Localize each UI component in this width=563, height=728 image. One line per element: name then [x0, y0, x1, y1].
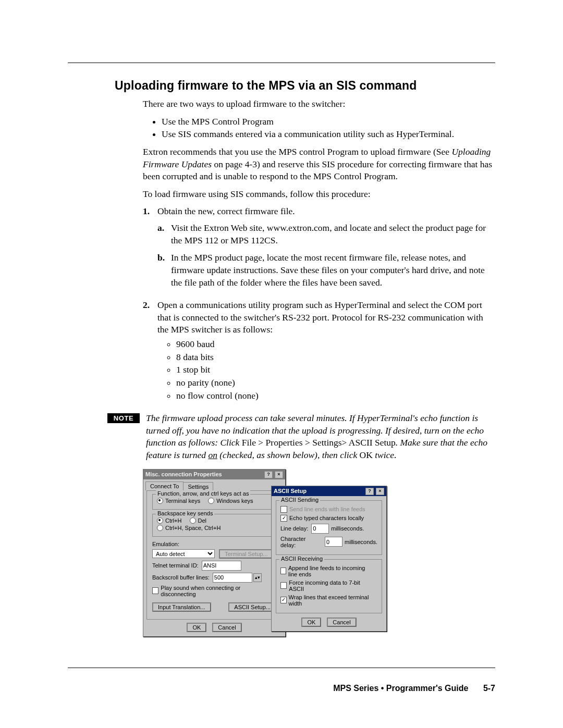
ascii-sending-title: ASCII Sending [279, 497, 320, 503]
note-menu-path: File > Properties > Settings> ASCII Setu… [242, 437, 396, 448]
properties-dialog: Misc. connection Properties ? × Connect … [143, 469, 286, 637]
intro-paragraph: There are two ways to upload firmware to… [143, 98, 495, 110]
input-translation-button[interactable]: Input Translation... [152, 602, 211, 612]
ascii-receiving-group: ASCII Receiving Append line feeds to inc… [276, 559, 382, 613]
wrap-lines-label: Wrap lines that exceed terminal width [289, 594, 371, 607]
properties-titlebar[interactable]: Misc. connection Properties ? × [143, 470, 285, 479]
radio-del-label: Del [198, 517, 207, 524]
ascii-setup-titlebar[interactable]: ASCII Setup ? × [272, 486, 386, 496]
step-1b-text: In the MPS product page, locate the most… [171, 252, 495, 289]
ascii-cancel-button[interactable]: Cancel [327, 618, 356, 627]
emulation-select[interactable]: Auto detect [152, 549, 215, 558]
radio-del[interactable]: Del [190, 517, 207, 524]
force-7bit-label: Force incoming data to 7-bit ASCII [289, 579, 371, 592]
radio-terminal-keys-label: Terminal keys [165, 498, 200, 504]
step-2-bullet-4: no parity (none) [176, 377, 495, 389]
tab-connect-to[interactable]: Connect To [145, 482, 183, 490]
step-2: 2. Open a communications utility program… [143, 299, 495, 407]
help-icon[interactable]: ? [264, 471, 273, 478]
radio-windows-keys[interactable]: Windows keys [208, 498, 253, 504]
ascii-ok-button[interactable]: OK [301, 618, 321, 627]
note-text: The firmware upload process can take sev… [146, 412, 495, 462]
close-icon[interactable]: × [376, 488, 384, 495]
step-1a-letter: a. [157, 222, 171, 246]
send-line-ends-checkbox[interactable]: Send line ends with line feeds [280, 506, 365, 513]
step-1b-letter: b. [157, 252, 171, 289]
step-2-bullet-5: no flow control (none) [176, 390, 495, 402]
intro-bullet-2: Use SIS commands entered via a communica… [162, 128, 495, 141]
properties-ok-button[interactable]: OK [187, 623, 206, 632]
step-2-bullet-1: 9600 baud [176, 338, 495, 351]
rule-top [68, 63, 495, 63]
echo-locally-checkbox[interactable]: ✓Echo typed characters locally [280, 515, 364, 522]
rec-text-1: Extron recommends that you use the MPS c… [143, 146, 451, 157]
note-badge: NOTE [107, 413, 140, 423]
note-seg-3: (checked, as shown below), then click [217, 450, 360, 460]
step-1-sublist: a. Visit the Extron Web site, www.extron… [157, 222, 495, 289]
telnet-id-label: Telnet terminal ID: [152, 562, 199, 569]
procedure-list: 1. Obtain the new, correct firmware file… [143, 205, 495, 407]
ascii-receiving-title: ASCII Receiving [279, 556, 324, 562]
append-lf-checkbox[interactable]: Append line feeds to incoming line ends [280, 565, 371, 577]
properties-cancel-button[interactable]: Cancel [212, 623, 241, 632]
line-delay-unit: milliseconds. [331, 525, 364, 532]
play-sound-label: Play sound when connecting or disconnect… [161, 585, 270, 597]
intro-bullet-1: Use the MPS Control Program [162, 116, 495, 128]
radio-ctrlh-space-label: Ctrl+H, Space, Ctrl+H [165, 525, 221, 531]
intro-bullet-list: Use the MPS Control Program Use SIS comm… [143, 116, 495, 141]
force-7bit-checkbox[interactable]: Force incoming data to 7-bit ASCII [280, 579, 371, 592]
step-2-bullets: 9600 baud 8 data bits 1 stop bit no pari… [157, 338, 495, 402]
backspace-group-title: Backspace key sends [156, 510, 214, 516]
footer-page-number: 5-7 [483, 684, 495, 693]
step-1a-text: Visit the Extron Web site, www.extron.co… [171, 222, 495, 246]
rule-bottom [68, 668, 495, 668]
properties-title: Misc. connection Properties [145, 471, 222, 477]
step-1-text: Obtain the new, correct firmware file. [157, 206, 295, 216]
send-line-ends-label: Send line ends with line feeds [289, 506, 365, 512]
terminal-setup-button[interactable]: Terminal Setup... [219, 549, 274, 559]
wrap-lines-checkbox[interactable]: ✓Wrap lines that exceed terminal width [280, 594, 371, 607]
ascii-setup-button[interactable]: ASCII Setup... [228, 602, 276, 612]
spinner-icon[interactable]: ▴▾ [253, 573, 262, 582]
tab-settings[interactable]: Settings [183, 482, 213, 491]
backscroll-label: Backscroll buffer lines: [152, 574, 210, 581]
telnet-id-input[interactable] [202, 561, 241, 571]
radio-terminal-keys[interactable]: Terminal keys [157, 498, 200, 504]
section-heading: Uploading firmware to the MPS via an SIS… [115, 79, 495, 93]
procedure-lead: To load firmware using SIS commands, fol… [143, 188, 495, 201]
char-delay-input[interactable] [325, 537, 342, 547]
ascii-setup-title: ASCII Setup [274, 488, 307, 494]
backscroll-input[interactable] [213, 573, 252, 583]
step-2-bullet-2: 8 data bits [176, 351, 495, 364]
echo-locally-label: Echo typed characters locally [289, 515, 364, 521]
step-1b: b. In the MPS product page, locate the m… [157, 252, 495, 289]
recommendation-paragraph: Extron recommends that you use the MPS c… [143, 146, 495, 183]
radio-ctrlh-space[interactable]: Ctrl+H, Space, Ctrl+H [157, 525, 221, 531]
function-keys-group: Function, arrow, and ctrl keys act as Te… [152, 494, 276, 510]
step-2-bullet-3: 1 stop bit [176, 364, 495, 376]
step-1: 1. Obtain the new, correct firmware file… [143, 205, 495, 294]
char-delay-label: Character delay: [280, 536, 322, 548]
step-1-number: 1. [143, 205, 157, 294]
line-delay-label: Line delay: [280, 525, 308, 532]
play-sound-checkbox[interactable]: Play sound when connecting or disconnect… [152, 585, 270, 597]
char-delay-unit: milliseconds. [345, 539, 377, 545]
step-1a: a. Visit the Extron Web site, www.extron… [157, 222, 495, 246]
function-keys-group-title: Function, arrow, and ctrl keys act as [156, 490, 250, 497]
note-ok-word: OK [360, 450, 373, 460]
ascii-setup-dialog: ASCII Setup ? × ASCII Sending Send line … [271, 486, 387, 632]
help-icon[interactable]: ? [365, 488, 374, 495]
note-seg-4: twice. [373, 450, 397, 460]
line-delay-input[interactable] [311, 524, 329, 534]
footer-title: MPS Series • Programmer's Guide [333, 684, 468, 693]
page-footer: MPS Series • Programmer's Guide 5-7 [333, 684, 495, 693]
step-2-text: Open a communications utility program su… [157, 300, 483, 335]
radio-ctrlh[interactable]: Ctrl+H [157, 517, 181, 524]
radio-ctrlh-label: Ctrl+H [165, 517, 181, 524]
step-2-number: 2. [143, 299, 157, 407]
append-lf-label: Append line feeds to incoming line ends [288, 565, 371, 577]
backspace-group: Backspace key sends Ctrl+H Del Ctrl+H, S… [152, 514, 276, 537]
close-icon[interactable]: × [275, 471, 283, 478]
ascii-sending-group: ASCII Sending Send line ends with line f… [276, 500, 382, 555]
emulation-label: Emulation: [152, 541, 179, 547]
